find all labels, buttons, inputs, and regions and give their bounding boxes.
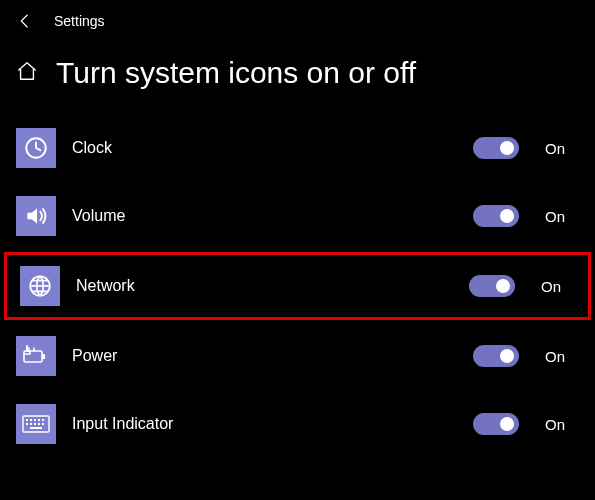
toggle-input-indicator[interactable]: [473, 413, 519, 435]
toggle-volume[interactable]: [473, 205, 519, 227]
app-name-label: Settings: [54, 13, 105, 29]
toggle-state: On: [541, 278, 569, 295]
back-icon[interactable]: [16, 12, 34, 30]
svg-rect-14: [42, 423, 44, 425]
svg-rect-7: [34, 419, 36, 421]
svg-rect-15: [30, 427, 42, 429]
svg-rect-10: [26, 423, 28, 425]
svg-rect-6: [30, 419, 32, 421]
keyboard-icon: [16, 404, 56, 444]
toggle-state: On: [545, 140, 573, 157]
svg-rect-8: [38, 419, 40, 421]
svg-rect-11: [30, 423, 32, 425]
network-icon: [20, 266, 60, 306]
page-title: Turn system icons on or off: [56, 56, 416, 90]
clock-icon: [16, 128, 56, 168]
svg-rect-5: [26, 419, 28, 421]
home-icon[interactable]: [16, 60, 38, 86]
svg-rect-13: [38, 423, 40, 425]
row-label: Clock: [72, 139, 457, 157]
row-label: Power: [72, 347, 457, 365]
volume-icon: [16, 196, 56, 236]
toggle-power[interactable]: [473, 345, 519, 367]
power-icon: [16, 336, 56, 376]
svg-rect-12: [34, 423, 36, 425]
toggle-network[interactable]: [469, 275, 515, 297]
toggle-state: On: [545, 348, 573, 365]
row-input-indicator: Input Indicator On: [0, 390, 595, 458]
row-power: Power On: [0, 322, 595, 390]
row-label: Input Indicator: [72, 415, 457, 433]
svg-rect-3: [42, 354, 45, 359]
system-icons-list: Clock On Volume On Network: [0, 114, 595, 458]
toggle-state: On: [545, 208, 573, 225]
toggle-clock[interactable]: [473, 137, 519, 159]
row-volume: Volume On: [0, 182, 595, 250]
toggle-state: On: [545, 416, 573, 433]
row-label: Network: [76, 277, 453, 295]
svg-rect-2: [24, 351, 42, 362]
svg-rect-9: [42, 419, 44, 421]
row-clock: Clock On: [0, 114, 595, 182]
row-label: Volume: [72, 207, 457, 225]
row-network: Network On: [4, 252, 591, 320]
